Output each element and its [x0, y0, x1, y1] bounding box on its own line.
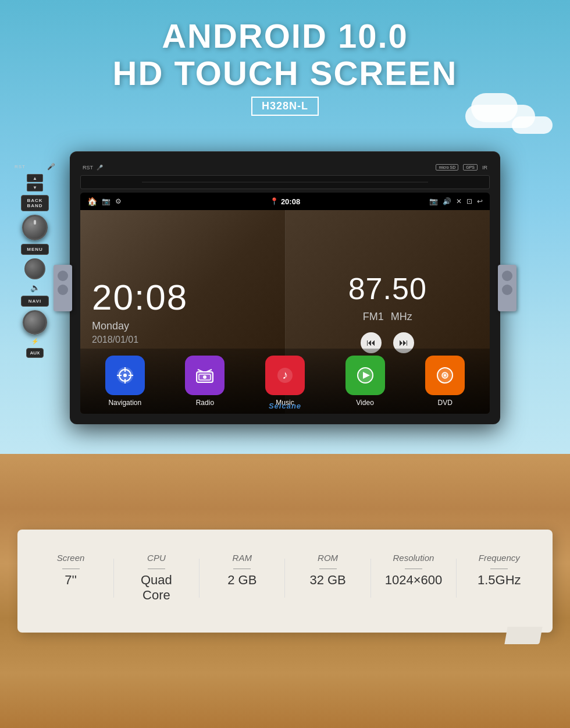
spec-screen-value: 7'' [65, 573, 77, 588]
video-app-icon[interactable]: Video [345, 356, 385, 407]
spec-resolution-label: Resolution [393, 553, 434, 563]
nav-app-icon[interactable]: Navigation [105, 356, 145, 407]
nav-app-svg [115, 365, 136, 386]
device-container: RST 🎤 ▲ ▼ BACKBAND MENU 🔈 NAVI ⚡ AUX [70, 151, 500, 424]
location-icon: 📍 [270, 197, 279, 205]
seicane-branding: Seicane [269, 402, 301, 410]
spec-frequency-label: Frequency [479, 553, 520, 563]
spec-sep-4 [370, 559, 371, 598]
music-app-svg: ♪ [275, 365, 295, 386]
clock-time-display: 20:08 [92, 279, 273, 315]
back-band-button[interactable]: BACKBAND [21, 195, 49, 211]
spec-resolution-value: 1024×600 [385, 573, 443, 588]
down-arrow-btn[interactable]: ▼ [27, 183, 43, 191]
spec-ram-value: 2 GB [227, 573, 256, 588]
home-icon[interactable]: 🏠 [87, 197, 97, 206]
camera-status-icon: 📷 [429, 197, 438, 205]
radio-unit-label: MHz [391, 311, 412, 323]
spec-sep-1 [113, 559, 114, 598]
video-app-svg [355, 365, 376, 386]
device-body: RST 🎤 micro SD GPS IR 🏠 📷 ⚙ [70, 151, 500, 424]
clock-date-display: 2018/01/01 [92, 335, 273, 345]
micro-sd-label: micro SD [436, 164, 458, 171]
rst-top-label: RST [83, 165, 93, 171]
window-status-icon[interactable]: ⊡ [466, 197, 472, 205]
nav-arrows-up-down[interactable]: ▲ ▼ [27, 174, 43, 191]
spec-screen: Screen 7'' [42, 553, 100, 603]
spec-sep-2 [199, 559, 200, 598]
spec-cpu-label: CPU [147, 553, 166, 563]
spec-rom: ROM 32 GB [299, 553, 357, 603]
secondary-knob[interactable] [24, 258, 45, 279]
model-badge: H328N-L [251, 97, 319, 116]
menu-button[interactable]: MENU [21, 244, 49, 255]
spec-frequency-divider [490, 569, 508, 569]
nav-app-label: Navigation [108, 399, 141, 407]
volume-knob[interactable] [22, 215, 48, 240]
usb-area: ⚡ [31, 338, 38, 345]
screen-inner: 🏠 📷 ⚙ 📍 20:08 📷 🔊 ✕ ⊡ ↩ [80, 193, 490, 414]
radio-app-button[interactable] [185, 356, 225, 395]
main-screen[interactable]: 🏠 📷 ⚙ 📍 20:08 📷 🔊 ✕ ⊡ ↩ [80, 193, 490, 414]
navi-button[interactable]: NAVI [21, 296, 49, 307]
speaker-icon: 🔈 [30, 283, 40, 292]
screenshot-icon: 📷 [102, 197, 111, 205]
spec-cpu-divider [148, 569, 165, 569]
spec-rom-label: ROM [318, 553, 338, 563]
header-section: ANDROID 10.0 HD TOUCH SCREEN H328N-L [0, 17, 570, 116]
spec-sep-3 [284, 559, 285, 598]
nav-app-button[interactable] [105, 356, 145, 395]
top-right-info: micro SD GPS IR [436, 164, 487, 171]
svg-point-2 [123, 374, 127, 377]
bracket-hole-left-bottom [58, 285, 68, 295]
svg-text:♪: ♪ [282, 368, 288, 381]
media-knob[interactable] [23, 310, 47, 335]
up-arrow-btn[interactable]: ▲ [27, 174, 43, 182]
music-app-icon[interactable]: ♪ Music [265, 356, 305, 407]
radio-app-icon[interactable]: Radio [185, 356, 225, 407]
spec-ram-label: RAM [233, 553, 252, 563]
rst-area: RST 🎤 [83, 165, 103, 171]
volume-status-icon: 🔊 [443, 197, 451, 205]
aux-label: AUX [26, 348, 44, 358]
radio-frequency-display: 87.50 [348, 271, 427, 306]
dvd-app-button[interactable] [425, 356, 465, 395]
spec-resolution: Resolution 1024×600 [384, 553, 443, 603]
bracket-right [498, 265, 516, 311]
status-bar-left: 🏠 📷 ⚙ [87, 197, 122, 206]
ir-label: IR [482, 165, 487, 171]
dvd-app-label: DVD [438, 399, 453, 407]
music-app-button[interactable]: ♪ [265, 356, 305, 395]
spec-cpu: CPU QuadCore [127, 553, 186, 603]
spec-sep-5 [456, 559, 457, 598]
video-app-button[interactable] [345, 356, 385, 395]
device-top-bar: RST 🎤 micro SD GPS IR [80, 163, 490, 173]
dvd-app-icon[interactable]: DVD [425, 356, 465, 407]
video-app-label: Video [356, 399, 373, 407]
left-controls-panel: RST 🎤 ▲ ▼ BACKBAND MENU 🔈 NAVI ⚡ AUX [15, 163, 55, 358]
radio-band-display: FM1 MHz [363, 311, 412, 323]
android-status-bar: 🏠 📷 ⚙ 📍 20:08 📷 🔊 ✕ ⊡ ↩ [80, 193, 490, 210]
title-android: ANDROID 10.0 [0, 17, 570, 55]
spec-frequency-value: 1.5GHz [478, 573, 521, 588]
clock-day-display: Monday [92, 320, 273, 332]
spec-screen-label: Screen [57, 553, 85, 563]
status-bar-right: 📷 🔊 ✕ ⊡ ↩ [429, 197, 483, 205]
rst-label: RST [15, 164, 26, 169]
bracket-hole-left-top [58, 271, 68, 281]
svg-point-11 [203, 375, 206, 379]
specs-section: Screen 7'' CPU QuadCore RAM 2 GB ROM 32 … [17, 530, 553, 633]
close-status-icon[interactable]: ✕ [456, 197, 462, 205]
status-bar-center: 📍 20:08 [270, 197, 300, 206]
mic-top-icon: 🎤 [97, 165, 103, 171]
spec-rom-divider [319, 569, 337, 569]
usb-icon: ⚡ [31, 338, 38, 345]
radio-app-label: Radio [196, 399, 214, 407]
bracket-hole-right-bottom [502, 285, 512, 295]
spec-rom-value: 32 GB [309, 573, 345, 588]
svg-point-18 [444, 374, 446, 377]
spec-ram-divider [233, 569, 251, 569]
back-status-icon[interactable]: ↩ [477, 197, 483, 205]
spec-cpu-value: QuadCore [141, 573, 172, 603]
bracket-left [54, 265, 72, 311]
